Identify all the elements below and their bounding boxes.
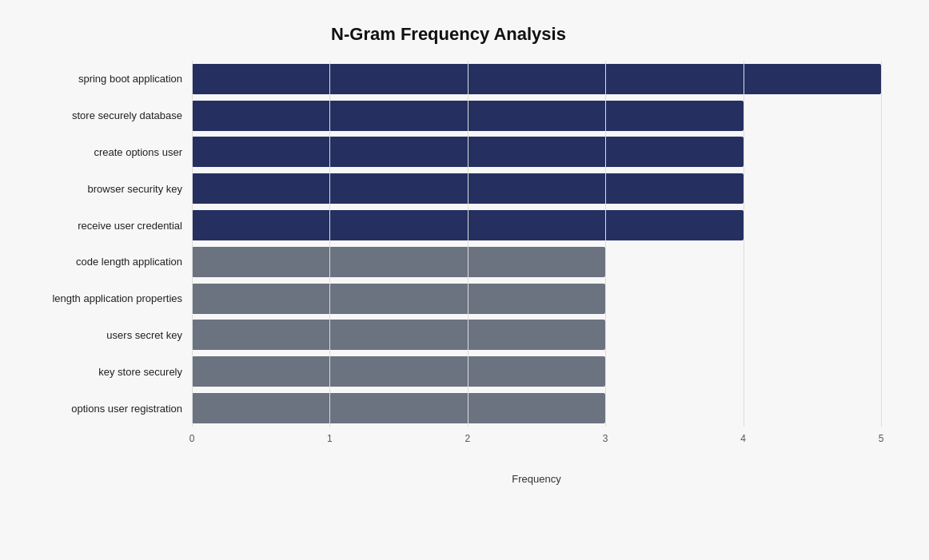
bar-row: code length application [16,244,881,280]
bar-track [192,284,881,314]
bar-track [192,247,881,277]
x-axis-label: Frequency [192,473,881,485]
bar-track [192,173,881,204]
x-tick: 2 [464,433,470,444]
bar-fill [192,210,744,240]
chart-title: N-Gram Frequency Analysis [16,24,881,45]
bar-track [192,64,881,94]
bar-track [192,210,881,240]
bar-label: users secret key [16,329,192,341]
bar-label: code length application [16,256,192,268]
bar-fill [192,64,881,94]
bar-label: key store securely [16,366,192,378]
x-tick: 0 [189,433,195,444]
bar-track [192,101,881,131]
bar-track [192,320,881,350]
chart-area: spring boot applicationstore securely da… [16,61,881,485]
bar-label: create options user [16,146,192,158]
bar-track [192,393,881,423]
bar-fill [192,173,744,204]
bar-fill [192,101,744,131]
bar-track [192,356,881,387]
bar-row: browser security key [16,170,881,207]
bar-row: create options user [16,134,881,171]
bar-row: length application properties [16,280,881,317]
bar-fill [192,284,605,314]
x-tick: 5 [879,433,884,444]
bar-label: browser security key [16,183,192,195]
x-tick: 4 [740,433,746,444]
bar-fill [192,356,605,387]
bar-track [192,137,881,167]
plot-area: spring boot applicationstore securely da… [16,61,881,427]
bar-row: users secret key [16,317,881,354]
bar-row: spring boot application [16,61,881,97]
bar-row: store securely database [16,97,881,134]
bar-fill [192,247,605,277]
bar-fill [192,320,605,350]
x-tick: 3 [603,433,608,444]
bar-fill [192,393,605,423]
bar-row: key store securely [16,353,881,390]
bar-label: length application properties [16,292,192,304]
bar-label: options user registration [16,403,192,415]
chart-container: N-Gram Frequency Analysis spring boot ap… [0,0,929,560]
bar-row: options user registration [16,390,881,427]
bar-row: receive user credential [16,207,881,244]
bar-label: receive user credential [16,220,192,232]
bar-label: spring boot application [16,73,192,85]
x-tick: 1 [327,433,333,444]
bar-label: store securely database [16,109,192,121]
bar-fill [192,137,744,167]
x-axis: 012345 [192,433,881,449]
